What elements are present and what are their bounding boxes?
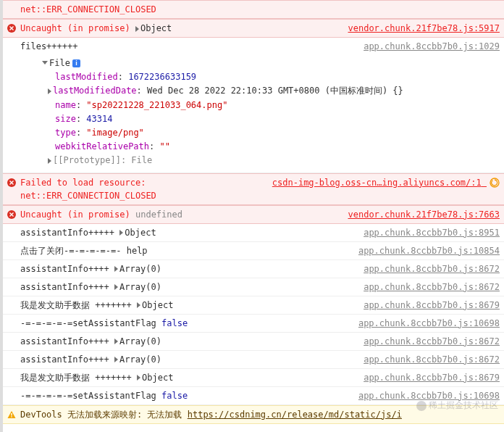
console-log-row[interactable]: assistantInfo++++ Array(0) app.chunk.8cc…: [3, 278, 504, 296]
console-warning-row[interactable]: DevTools 无法加载来源映射: 无法加载 https://csdnimg.…: [3, 405, 504, 424]
console-log-row[interactable]: -=-=-=-=-=setAssistantFlag false app.chu…: [3, 315, 504, 333]
collapse-icon[interactable]: [42, 61, 48, 65]
console-error-fragment[interactable]: net::ERR_CONNECTION_CLOSED: [3, 0, 504, 19]
console-log-row[interactable]: assistantInfo++++ Array(0) app.chunk.8cc…: [3, 333, 504, 351]
source-link[interactable]: app.chunk.8ccbb7b0.js:8672: [364, 335, 500, 348]
warning-link[interactable]: https://csdnimg.cn/release/md/static/js/…: [188, 410, 402, 420]
source-link[interactable]: app.chunk.8ccbb7b0.js:10698: [358, 389, 500, 402]
console-log-row[interactable]: -=-=-=-=-=setAssistantFlag false app.chu…: [3, 387, 504, 405]
object-property[interactable]: name: "sp20221228_221033_064.png": [29, 99, 500, 112]
object-property[interactable]: webkitRelativePath: "": [29, 140, 500, 154]
console-error-row[interactable]: Uncaught (in promise) Object vendor.chun…: [3, 19, 504, 38]
object-property[interactable]: size: 43314: [29, 112, 500, 126]
error-message: Uncaught (in promise) undefined: [20, 208, 342, 221]
expand-icon[interactable]: [48, 158, 51, 164]
source-link[interactable]: vendor.chunk.21f7be78.js:7663: [348, 208, 500, 221]
error-message: Uncaught (in promise) Object: [20, 22, 342, 35]
console-panel: net::ERR_CONNECTION_CLOSED Uncaught (in …: [0, 0, 504, 432]
error-message: Failed to load resource:net::ERR_CONNECT…: [20, 176, 266, 202]
source-link[interactable]: app.chunk.8ccbb7b0.js:8679: [364, 299, 500, 312]
source-link[interactable]: app.chunk.8ccbb7b0.js:8672: [364, 353, 500, 366]
log-message: 我是发文助手数据 +++++++ Object: [20, 371, 358, 384]
console-log-row[interactable]: assistantInfo++++ Array(0) app.chunk.8cc…: [3, 351, 504, 369]
log-message: assistantInfo++++ Array(0): [20, 353, 358, 366]
log-message: assistantInfo++++ Array(0): [20, 281, 358, 294]
console-log-row[interactable]: 我是发文助手数据 +++++++ Object app.chunk.8ccbb7…: [3, 296, 504, 315]
log-message: files++++++: [20, 40, 358, 53]
object-prototype[interactable]: [[Prototype]]: File: [29, 154, 500, 167]
source-link[interactable]: app.chunk.8ccbb7b0.js:10854: [358, 244, 500, 257]
object-header[interactable]: Filei: [29, 57, 500, 70]
expand-icon[interactable]: [48, 88, 51, 94]
source-link[interactable]: app.chunk.8ccbb7b0.js:8672: [364, 281, 500, 294]
source-link[interactable]: app.chunk.8ccbb7b0.js:1029: [364, 40, 500, 53]
error-icon: [7, 178, 16, 186]
console-error-row[interactable]: Uncaught (in promise) undefined vendor.c…: [3, 205, 504, 224]
error-icon: [7, 23, 16, 32]
log-message: 点击了关闭-=-=-=-=-=- help: [20, 244, 353, 257]
console-log-row[interactable]: 点击了关闭-=-=-=-=-=- help app.chunk.8ccbb7b0…: [3, 242, 504, 260]
expanded-object: Filei lastModified: 1672236633159 lastMo…: [3, 55, 504, 173]
expand-icon[interactable]: [135, 26, 139, 32]
log-message: assistantInfo++++ Array(0): [20, 335, 358, 348]
expand-icon[interactable]: [114, 266, 118, 272]
expand-icon[interactable]: [114, 357, 118, 362]
error-icon: [7, 209, 16, 218]
log-message: -=-=-=-=-=setAssistantFlag false: [20, 317, 353, 330]
log-message: assistantInfo+++++ Object: [20, 226, 358, 239]
warning-icon: [7, 410, 16, 418]
source-link[interactable]: app.chunk.8ccbb7b0.js:8951: [364, 226, 500, 239]
console-log-row[interactable]: 我是发文助手数据 +++++++ Object app.chunk.8ccbb7…: [3, 369, 504, 387]
error-text: net::ERR_CONNECTION_CLOSED: [20, 3, 500, 16]
log-message: -=-=-=-=-=setAssistantFlag false: [20, 389, 353, 402]
expand-icon[interactable]: [119, 230, 123, 236]
expand-icon[interactable]: [114, 284, 118, 290]
console-error-row[interactable]: Failed to load resource:net::ERR_CONNECT…: [3, 173, 504, 205]
console-log-row[interactable]: assistantInfo++++ Array(0) app.chunk.8cc…: [3, 260, 504, 278]
svg-rect-4: [11, 413, 12, 416]
object-property[interactable]: lastModifiedDate: Wed Dec 28 2022 22:10:…: [29, 84, 500, 98]
expand-icon[interactable]: [137, 302, 140, 308]
info-icon[interactable]: i: [72, 59, 80, 67]
warning-message: DevTools 无法加载来源映射: 无法加载 https://csdnimg.…: [20, 408, 500, 421]
source-link[interactable]: app.chunk.8ccbb7b0.js:8679: [364, 371, 500, 384]
source-link[interactable]: vendor.chunk.21f7be78.js:5917: [348, 22, 500, 35]
source-link[interactable]: csdn-img-blog.oss-cn…ing.aliyuncs.com/:1: [272, 176, 500, 189]
log-message: assistantInfo++++ Array(0): [20, 262, 358, 275]
object-property[interactable]: lastModified: 1672236633159: [29, 70, 500, 84]
source-link[interactable]: app.chunk.8ccbb7b0.js:8672: [364, 262, 500, 275]
expand-icon[interactable]: [137, 375, 140, 381]
console-log-row[interactable]: assistantInfo+++++ Object app.chunk.8ccb…: [3, 224, 504, 242]
object-property[interactable]: type: "image/png": [29, 126, 500, 140]
reload-icon[interactable]: [490, 178, 500, 188]
expand-icon[interactable]: [114, 338, 118, 344]
svg-rect-5: [11, 416, 12, 417]
console-log-row[interactable]: files++++++ app.chunk.8ccbb7b0.js:1029: [3, 38, 504, 55]
log-message: 我是发文助手数据 +++++++ Object: [20, 299, 358, 312]
source-link[interactable]: app.chunk.8ccbb7b0.js:10698: [358, 317, 500, 330]
